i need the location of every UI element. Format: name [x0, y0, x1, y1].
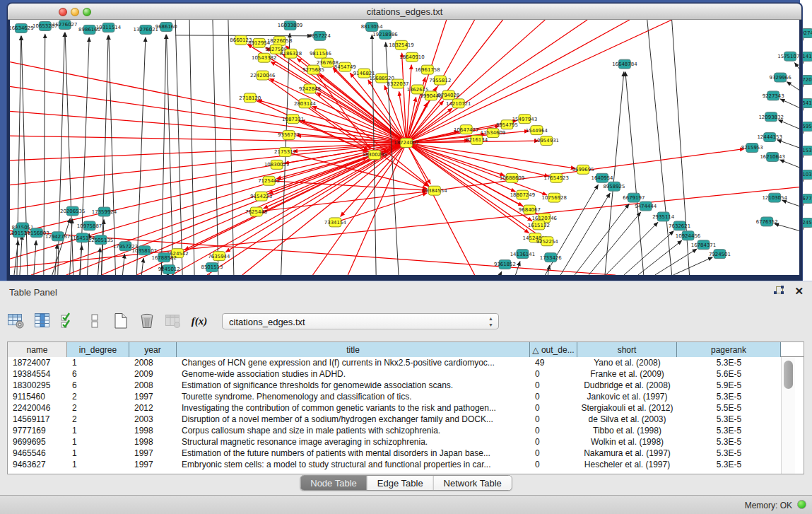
float-panel-icon[interactable]: [774, 286, 784, 296]
table-row[interactable]: 911546021997Tourette syndrome. Phenomeno…: [8, 391, 804, 402]
cell-in_degree: 2: [67, 414, 129, 425]
table-row[interactable]: 969969511998Structural magnetic resonanc…: [8, 436, 804, 448]
close-panel-icon[interactable]: ✕: [794, 286, 804, 296]
table-row[interactable]: 1938455462009Genome-wide association stu…: [8, 368, 804, 380]
graph-node-label: 15497943: [512, 117, 537, 122]
cell-title: Structural magnetic resonance image aver…: [177, 436, 530, 448]
select-all-icon[interactable]: [59, 312, 78, 330]
graph-edge: [406, 143, 547, 195]
column-header-short[interactable]: short: [577, 342, 677, 357]
graph-node-label: 17654923: [544, 175, 569, 181]
table-row[interactable]: 1872400712008Changes of HCN gene express…: [8, 357, 804, 368]
network-canvas[interactable]: 1663462910653287152760278986160193115141…: [10, 20, 799, 275]
graph-node-label: 8813054: [361, 24, 384, 30]
graph-node-label: 8954795: [496, 122, 518, 128]
graph-edge: [575, 204, 629, 275]
column-header-title[interactable]: title: [177, 342, 530, 357]
cell-pagerank: 5.3E-5: [677, 357, 781, 368]
window-titlebar[interactable]: citations_edges.txt: [8, 4, 801, 20]
table-row[interactable]: 946362711997Embryonic stem cells: a mode…: [8, 459, 804, 470]
graph-edge: [228, 20, 234, 275]
tab-node-table[interactable]: Node Table: [300, 476, 367, 490]
graph-edge: [500, 271, 502, 275]
graph-edge: [161, 35, 166, 275]
cell-short: Yano et al. (2008): [577, 357, 677, 368]
tab-edge-table[interactable]: Edge Table: [367, 476, 434, 490]
graph-node-label: 10924456: [676, 233, 700, 239]
graph-node-label: 10543382: [252, 55, 276, 61]
graph-edge: [17, 36, 21, 275]
graph-node-label: 9252254: [536, 239, 559, 245]
cell-out_degree: 0: [530, 391, 577, 402]
cell-out_degree: 0: [530, 436, 577, 448]
graph-edge: [778, 120, 799, 129]
graph-node-label: 9329966: [770, 75, 792, 81]
table-row[interactable]: 2242004622012Investigating the contribut…: [8, 402, 804, 414]
cell-pagerank: 5.3E-5: [677, 436, 781, 448]
table-row[interactable]: 977716911998Corpus callosum shape and si…: [8, 425, 804, 436]
graph-node-label: 18325419: [389, 42, 413, 48]
graph-node-label: 12444153: [757, 134, 782, 140]
cell-in_degree: 1: [67, 459, 129, 470]
tab-network-table[interactable]: Network Table: [434, 476, 512, 490]
cell-out_degree: 0: [530, 380, 577, 391]
column-header-year[interactable]: year: [129, 342, 177, 357]
graph-node-label: 11534609: [481, 131, 505, 136]
cell-short: Hescheler et al. (1997): [577, 459, 677, 470]
graph-edge: [313, 70, 370, 148]
table-selector-value: citations_edges.txt: [229, 317, 305, 327]
graph-edge: [560, 193, 610, 275]
new-column-icon[interactable]: [112, 312, 130, 330]
table-scrollbar[interactable]: [781, 357, 795, 474]
table-panel-header: Table Panel ✕: [0, 281, 812, 303]
graph-edge: [167, 35, 174, 275]
graph-node-label: 16784371: [691, 243, 716, 248]
graph-node-label: 9811546: [310, 51, 331, 57]
graph-node-label: 7955812: [429, 78, 451, 83]
memory-status-indicator: [797, 500, 806, 509]
cell-year: 2003: [129, 414, 177, 425]
cell-name: 18724007: [8, 357, 67, 368]
unselect-rows-icon[interactable]: [86, 312, 104, 330]
cell-pagerank: 5.3E-5: [677, 414, 781, 425]
delete-column-icon[interactable]: [138, 312, 156, 330]
show-columns-icon[interactable]: [33, 312, 52, 330]
graph-node-label: 20206535: [60, 209, 85, 214]
column-header-in_degree[interactable]: in_degree: [67, 342, 129, 357]
graph-node-label: 7334154: [324, 220, 347, 226]
table-row[interactable]: 1456911722003Disruption of a novel membe…: [8, 414, 804, 425]
function-builder-icon[interactable]: f(x): [190, 312, 208, 330]
column-header-name[interactable]: name: [8, 342, 67, 357]
cell-short: Jankovic et al. (1997): [577, 391, 677, 402]
graph-edge: [777, 140, 799, 148]
graph-node-label: 7625448: [245, 209, 267, 215]
table-scrollbar-thumb[interactable]: [784, 361, 793, 389]
table-selector-dropdown[interactable]: citations_edges.txt ▲▼: [222, 313, 499, 329]
table-row[interactable]: 1830029562008Estimation of significance …: [8, 380, 804, 391]
graph-edge: [276, 143, 406, 179]
graph-node-label: 8215953: [741, 145, 763, 151]
column-header-out_degree[interactable]: △ out_de...: [530, 342, 577, 357]
graph-node-label: 12505135: [88, 238, 113, 243]
column-header-pagerank[interactable]: pagerank: [677, 342, 781, 357]
graph-node-label: 8454749: [334, 64, 356, 70]
graph-node-label: 9274: [801, 30, 812, 36]
table-row[interactable]: 946554611997Estimation of the future num…: [8, 448, 804, 459]
graph-node-label: 9245012: [158, 267, 180, 272]
memory-status-label: Memory: OK: [745, 501, 792, 510]
cell-year: 1997: [129, 448, 177, 459]
table-mode-icon[interactable]: [7, 312, 25, 330]
graph-edge: [779, 160, 799, 168]
graph-node-label: 1640954: [591, 175, 613, 181]
graph-node-label: 16033809: [278, 23, 302, 28]
cell-short: Stergiakouli et al. (2012): [577, 402, 677, 414]
graph-node-label: 10756928: [542, 195, 567, 201]
graph-node-label: 12942737: [45, 234, 70, 240]
graph-node-label: 2935114: [652, 214, 675, 220]
graph-node-label: 15276027: [52, 22, 77, 28]
graph-edge: [175, 20, 182, 275]
graph-node-label: 6776352: [756, 219, 778, 225]
attribute-table: namein_degreeyeartitle△ out_de...shortpa…: [7, 341, 804, 474]
graph-node-label: 10647427: [454, 127, 478, 133]
cell-short: Nakamura et al. (1997): [577, 448, 677, 459]
